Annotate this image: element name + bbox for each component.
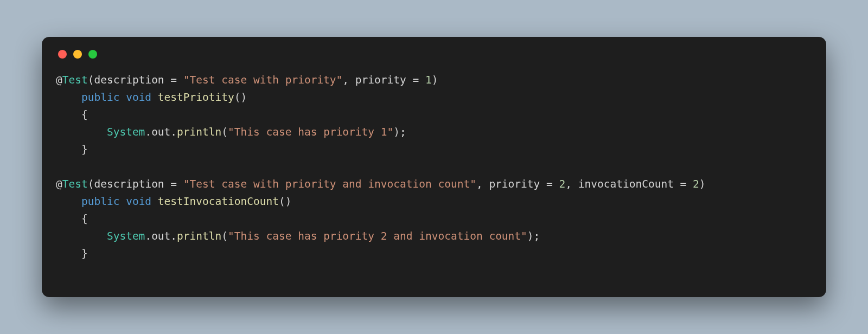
token: . [170,126,177,138]
token: println [177,230,221,242]
token: , [565,178,578,190]
token: println [177,126,221,138]
token: "This case has priority 2 and invocation… [228,230,527,242]
token: 1 [425,74,432,86]
code-line: } [56,141,812,158]
token: System [107,230,145,242]
token: = [546,178,559,190]
code-line: @Test(description = "Test case with prio… [56,72,812,89]
code-line: public void testInvocationCount() [56,193,812,210]
token: ); [527,230,540,242]
token: = [170,74,183,86]
code-block: @Test(description = "Test case with prio… [56,72,812,262]
token: = [680,178,693,190]
token: . [145,126,151,138]
token: "Test case with priority" [183,74,343,86]
token: = [413,74,425,86]
token: 2 [693,178,699,190]
token: . [170,230,177,242]
token: Test [62,74,88,86]
token: invocationCount [578,178,680,190]
token [151,91,158,104]
token: @ [56,74,62,86]
code-line: public void testPriotity() [56,89,812,106]
token: = [170,178,183,190]
token: description [94,178,170,190]
token: } [81,143,88,156]
token: testInvocationCount [158,195,279,208]
token: () [234,91,247,104]
code-line: System.out.println("This case has priori… [56,228,812,245]
token: public void [81,195,151,208]
token: "This case has priority 1" [228,126,393,138]
token [151,195,158,208]
token: . [145,230,151,242]
token: "Test case with priority and invocation … [183,178,476,190]
token: ); [393,126,406,138]
token: ) [699,178,706,190]
token: ( [88,178,94,190]
maximize-icon[interactable] [88,50,97,59]
code-line: } [56,245,812,262]
token: testPriotity [158,91,234,104]
token: Test [62,178,88,190]
token: description [94,74,170,86]
token: ) [432,74,438,86]
token: out [151,230,170,242]
token: out [151,126,170,138]
token: { [81,213,88,225]
token: public void [81,91,151,104]
token: priority [489,178,546,190]
token: { [81,108,88,121]
token: System [107,126,145,138]
token: ( [221,126,228,138]
token: priority [355,74,413,86]
token: @ [56,178,62,190]
code-line: { [56,106,812,124]
window-controls [56,50,812,59]
token: 2 [559,178,566,190]
code-line: System.out.println("This case has priori… [56,124,812,141]
minimize-icon[interactable] [73,50,82,59]
code-window: @Test(description = "Test case with prio… [42,37,826,297]
token: ( [221,230,228,242]
token: } [81,247,88,260]
token: () [279,195,291,208]
code-line: { [56,210,812,228]
token: , [342,74,355,86]
token: ( [88,74,94,86]
code-line [56,158,812,176]
close-icon[interactable] [58,50,67,59]
code-line: @Test(description = "Test case with prio… [56,176,812,193]
token: , [476,178,489,190]
